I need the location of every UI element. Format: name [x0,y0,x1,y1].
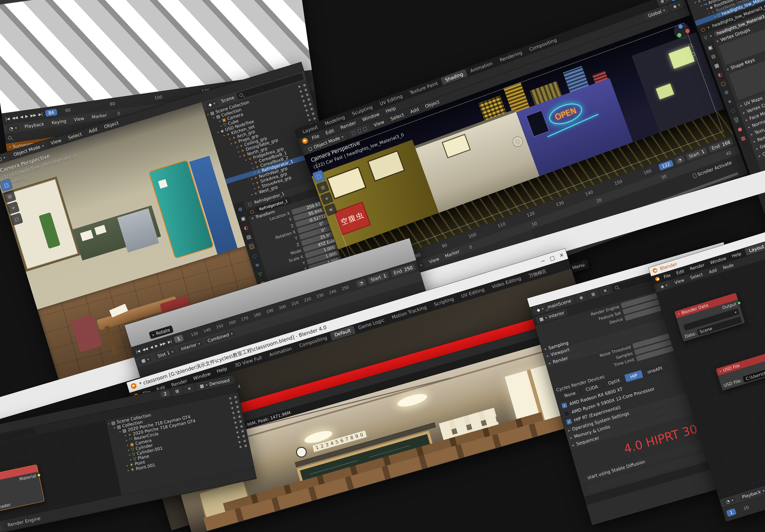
frame-tick: 90 [441,243,448,249]
axis-y-dot [677,33,682,38]
dope-tick: 40 [725,150,732,157]
frame-tick: 80 [109,101,115,107]
frame-tick: 130 [555,200,564,207]
dope-tick: 0 [469,245,473,250]
frame-tick: 240 [329,288,337,295]
material-output-socket[interactable] [37,473,41,477]
frame-tick: 160 [228,319,236,326]
blender-logo-icon[interactable] [655,276,660,281]
data-tab-icon[interactable]: ▽ [733,116,740,124]
frame-tick: 160 [643,168,652,176]
render-tab-icon[interactable]: ▣ [240,215,246,222]
axis-z-dot [678,24,683,29]
material-tab-icon[interactable]: ● [737,126,743,133]
frame-tick: 120 [526,211,535,218]
blender-logo-icon [652,267,658,273]
viewlayer-tab-icon[interactable]: ▦ [713,62,720,69]
playback-controls[interactable]: |◀◀◀◀▶▶▶▶| [5,112,43,121]
frame-tick: 190 [266,308,274,314]
menu-item[interactable]: File [661,272,673,280]
frame-tick: 100 [468,232,477,239]
dope-tick: 10 [531,221,538,227]
search-icon [239,93,243,97]
scene-name: Scene [221,95,235,104]
menu-item[interactable]: Edit [674,268,687,276]
frame-tick: 150 [614,179,623,186]
menu-item[interactable]: View [72,115,86,123]
current-frame-chip[interactable]: 1 [174,334,184,343]
frame-tick: 130 [190,331,199,337]
desktop-collage: |◀◀◀◀▶▶▶▶| 84 6080100120140160 ◔▾ Playba… [0,0,765,532]
dope-tick: 0 [117,111,120,116]
modifier-tab-icon[interactable]: ⚙ [723,89,729,96]
frame-tick: 140 [203,327,211,333]
world-tab-icon[interactable]: ◐ [243,224,249,231]
object-tab-icon[interactable]: ▢ [248,243,255,250]
render-tab-icon[interactable]: ▣ [707,44,713,51]
output-tab-icon[interactable]: ⊟ [710,53,716,60]
frame-tick: 200 [278,304,287,310]
particles-tab-icon[interactable]: ∗ [727,98,733,105]
dope-tick: 30 [660,174,667,180]
collection-tab-icon[interactable]: ▤ [246,234,252,241]
current-frame-chip[interactable]: 1 [726,508,736,517]
close-icon: ✕ [558,252,564,259]
ceiling-lamp [396,391,428,409]
menu-item[interactable]: Help [214,365,229,375]
copy-button[interactable]: ⊞ [588,289,599,299]
menu-item[interactable]: Keying [50,118,68,126]
frame-tick: 60 [65,108,71,113]
blender-logo-icon[interactable] [301,137,309,144]
close-id-button[interactable]: ✕ [600,286,611,295]
frame-tick: 110 [497,221,506,229]
axis-x-dot [685,28,690,34]
physics-tab-icon[interactable]: ◌ [252,253,258,259]
pin-id-button[interactable]: ⊕ [576,293,587,302]
frame-tick: 140 [584,190,594,197]
slot-number[interactable]: 2 [160,390,170,397]
mouse-icon [692,173,697,179]
menu-item[interactable]: Marker [90,112,109,120]
copy-button[interactable]: ⊞ [172,387,183,396]
object-tab-icon[interactable]: ▢ [720,80,726,87]
data-tab-icon[interactable]: ▽ [258,271,263,277]
close-id-button[interactable]: ✕ [184,384,195,393]
frame-tick: 100 [154,95,163,101]
tool-tab-icon[interactable]: ⚙ [237,206,243,213]
frame-tick: 170 [241,315,249,322]
maximize-icon: □ [549,254,555,262]
physics-tab-icon[interactable]: ◌ [730,107,736,114]
clock-shape [295,446,308,459]
current-frame-chip[interactable]: 122 [658,160,674,171]
surface-material-node[interactable]: ▾Surfacematerial Material Surfaceshader … [0,464,45,518]
frame-tick: 250 [341,284,350,291]
desk-row-shape [223,412,544,512]
search-icon [8,136,12,140]
frame-tick: 10 [743,505,749,511]
blender-logo-icon [130,382,137,389]
desk-row-shape [203,412,575,531]
frame-tick: 230 [316,292,325,299]
dope-tick: 20 [596,197,602,204]
frame-tick: 180 [253,311,262,318]
editor-type-button[interactable]: ◔▾ [6,124,20,133]
texture-tab-icon[interactable]: ▦ [740,135,746,142]
frame-tick: 210 [291,300,299,306]
world-tab-icon[interactable]: ◐ [717,71,723,78]
autokey-chip[interactable]: ◔ [356,278,367,287]
current-frame-chip[interactable]: 84 [45,109,57,117]
frame-tick: 150 [215,323,224,329]
frame-tick: 220 [303,296,312,303]
scene-chip[interactable]: ◆Scene [0,523,4,532]
constraints-tab-icon[interactable]: ≡ [255,262,260,268]
autokey-chip[interactable]: ◔ [674,155,685,165]
minimize-icon: − [540,257,546,265]
search-icon [614,285,619,289]
